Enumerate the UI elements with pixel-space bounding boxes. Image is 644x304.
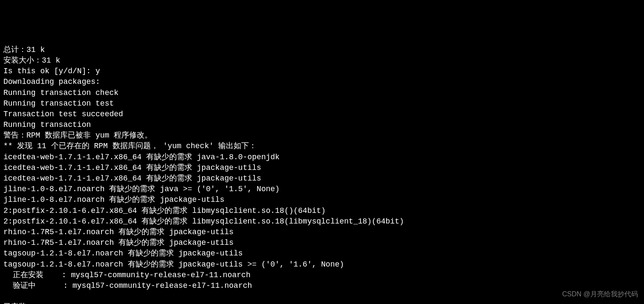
terminal-line: 验证中 : mysql57-community-release-el7-11.n…: [3, 281, 641, 291]
terminal-line: Running transaction check: [3, 88, 641, 98]
terminal-line: icedtea-web-1.7.1-1.el7.x86_64 有缺少的需求 ja…: [3, 152, 641, 163]
terminal-line: 总计：31 k: [3, 45, 641, 55]
terminal-line: Transaction test succeeded: [3, 109, 641, 120]
terminal-line: icedtea-web-1.7.1-1.el7.x86_64 有缺少的需求 jp…: [3, 173, 641, 184]
terminal-line: 2:postfix-2.10.1-6.el7.x86_64 有缺少的需求 lib…: [3, 216, 641, 227]
terminal-line: rhino-1.7R5-1.el7.noarch 有缺少的需求 jpackage…: [3, 238, 641, 248]
terminal-line: 警告：RPM 数据库已被非 yum 程序修改。: [3, 130, 641, 141]
terminal-line: 安装大小：31 k: [3, 55, 641, 66]
terminal-line: jline-1.0-8.el7.noarch 有缺少的需求 java >= ('…: [3, 184, 641, 195]
watermark-text: CSDN @月亮给我抄代码: [562, 290, 638, 299]
terminal-line: Running transaction test: [3, 98, 641, 109]
terminal-line: 正在安装 : mysql57-community-release-el7-11.…: [3, 270, 641, 281]
terminal-line: [3, 291, 641, 302]
terminal-line: ** 发现 11 个已存在的 RPM 数据库问题， 'yum check' 输出…: [3, 141, 641, 152]
terminal-line: rhino-1.7R5-1.el7.noarch 有缺少的需求 jpackage…: [3, 227, 641, 238]
terminal-line: tagsoup-1.2.1-8.el7.noarch 有缺少的需求 jpacka…: [3, 248, 641, 259]
terminal-line: Running transaction: [3, 120, 641, 130]
terminal-line: 已安装:: [3, 302, 641, 304]
terminal-line: 2:postfix-2.10.1-6.el7.x86_64 有缺少的需求 lib…: [3, 206, 641, 216]
terminal-line: Is this ok [y/d/N]: y: [3, 66, 641, 77]
terminal-line: Downloading packages:: [3, 77, 641, 87]
terminal-line: icedtea-web-1.7.1-1.el7.x86_64 有缺少的需求 jp…: [3, 163, 641, 173]
terminal-line: jline-1.0-8.el7.noarch 有缺少的需求 jpackage-u…: [3, 195, 641, 205]
terminal-line: tagsoup-1.2.1-8.el7.noarch 有缺少的需求 jpacka…: [3, 259, 641, 270]
terminal-output: 总计：31 k安装大小：31 kIs this ok [y/d/N]: yDow…: [3, 45, 641, 304]
